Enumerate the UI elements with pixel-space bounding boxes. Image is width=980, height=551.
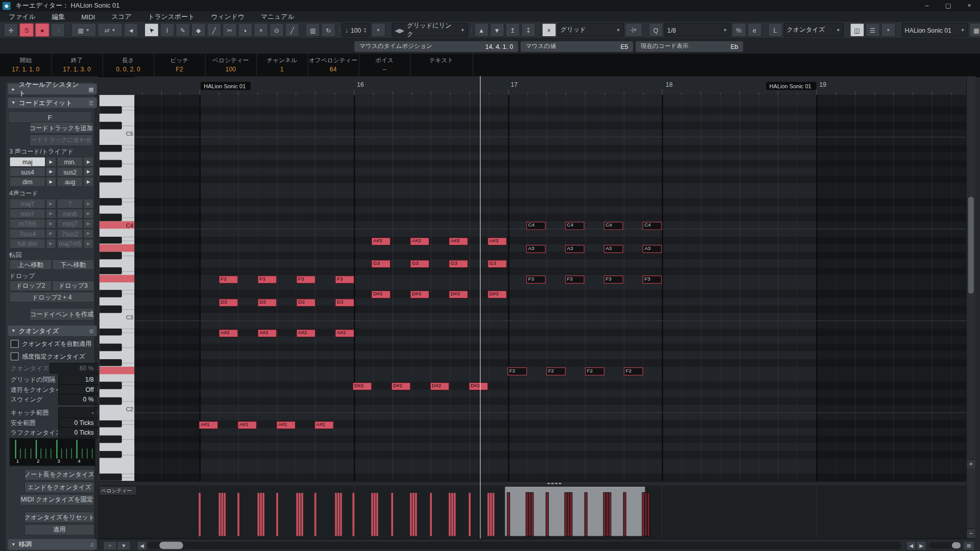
black-key[interactable]: [100, 420, 122, 427]
quantize-action-button[interactable]: 適用: [24, 524, 94, 535]
midi-note-A#1[interactable]: A#1: [314, 421, 334, 429]
menu-編集[interactable]: 編集: [52, 12, 65, 21]
quantize-param-field[interactable]: 60 %▲▼: [50, 363, 102, 373]
chord-button-full dim[interactable]: full dim: [9, 239, 45, 249]
velocity-bar[interactable]: [257, 493, 259, 536]
part-selector-dropdown[interactable]: HALion Sonic 01 ▼: [901, 23, 968, 37]
black-key[interactable]: [100, 252, 122, 259]
horizontal-zoom-thumb[interactable]: [952, 542, 961, 548]
zoom-tool[interactable]: ⊙: [270, 23, 284, 37]
velocity-bar[interactable]: [565, 493, 567, 536]
velocity-bar[interactable]: [391, 493, 394, 536]
midi-note-A3[interactable]: A3: [565, 245, 584, 253]
insert-velocity-dropdown[interactable]: ▼: [371, 23, 385, 37]
midi-note-F3[interactable]: F3: [565, 276, 584, 284]
collapse-arrow-icon[interactable]: ▼: [11, 329, 15, 333]
autoscroll-button[interactable]: ▥: [306, 23, 320, 37]
midi-input-button[interactable]: ☰: [865, 23, 879, 37]
velocity-bar[interactable]: [529, 493, 531, 536]
chord-button-7[interactable]: 7: [57, 198, 83, 209]
midi-note-A#3[interactable]: A#3: [449, 237, 468, 245]
chord-arrow-icon[interactable]: ▶: [45, 177, 56, 187]
pressed-key[interactable]: [100, 244, 136, 252]
velocity-bar[interactable]: [546, 493, 548, 536]
velocity-bar[interactable]: [648, 493, 650, 536]
section-chord-edit[interactable]: ▼コードエディット☰: [8, 97, 97, 108]
menu-MIDI[interactable]: MIDI: [81, 13, 95, 20]
black-key[interactable]: [100, 121, 122, 129]
midi-note-D#3[interactable]: D#3: [487, 291, 507, 299]
midi-note-A#2[interactable]: A#2: [257, 329, 277, 337]
black-key[interactable]: [100, 328, 122, 335]
length-q-icon[interactable]: L: [768, 23, 782, 37]
maximize-button[interactable]: ▢: [938, 0, 959, 11]
line-tool[interactable]: ╱: [285, 23, 299, 37]
chord-button-aug[interactable]: aug: [57, 177, 83, 187]
black-key[interactable]: [100, 175, 122, 182]
midi-note-D3[interactable]: D3: [257, 298, 277, 307]
chord-button-7sus4[interactable]: 7sus4: [9, 229, 45, 239]
velocity-lane[interactable]: ベロシティー: [98, 485, 966, 538]
section-quantize[interactable]: ▼クオンタイズ⊙: [8, 325, 97, 336]
move-bottom-icon[interactable]: ↧: [521, 23, 535, 37]
insert-velocity-control[interactable]: ↓ 100 ▲▼: [342, 23, 370, 37]
chord-arrow-icon[interactable]: ▶: [83, 219, 94, 229]
black-key[interactable]: [100, 267, 122, 274]
quantize-preset-dropdown[interactable]: 1/8 ▼: [664, 23, 730, 37]
chord-arrow-icon[interactable]: ▶: [83, 209, 94, 219]
chord-arrow-icon[interactable]: ▶: [83, 177, 94, 187]
velocity-bar[interactable]: [314, 493, 316, 536]
chord-button-maj7[interactable]: maj7: [9, 198, 45, 209]
velocity-bar[interactable]: [490, 493, 492, 536]
close-button[interactable]: ×: [959, 0, 980, 11]
select-tool[interactable]: ➤: [144, 23, 159, 37]
scroll-left-arrow[interactable]: ◀: [906, 541, 917, 550]
menu-ウィンドウ[interactable]: ウィンドウ: [211, 12, 244, 21]
velocity-bar[interactable]: [415, 493, 417, 536]
midi-note-A#3[interactable]: A#3: [410, 237, 429, 245]
chord-arrow-icon[interactable]: ▶: [83, 229, 94, 239]
velocity-bar[interactable]: [340, 493, 342, 536]
move-up-icon[interactable]: ▲: [474, 23, 488, 37]
midi-note-F3[interactable]: F3: [604, 276, 623, 284]
add-controller-lane-button[interactable]: +: [103, 541, 117, 550]
collapse-arrow-icon[interactable]: ►: [11, 87, 15, 91]
independent-loop-button[interactable]: ↻: [321, 23, 335, 37]
split-tool[interactable]: ✂: [223, 23, 237, 37]
chord-button-min6[interactable]: min6: [57, 209, 83, 219]
velocity-bar[interactable]: [410, 493, 412, 536]
velocity-bar[interactable]: [645, 493, 647, 536]
midi-note-F3[interactable]: F3: [219, 276, 238, 284]
quantize-param-field[interactable]: 1/8▲▼: [58, 374, 102, 385]
move-top-icon[interactable]: ↥: [505, 23, 520, 37]
velocity-bar[interactable]: [301, 493, 303, 536]
midi-note-D#2[interactable]: D#2: [391, 383, 411, 391]
black-key[interactable]: [100, 473, 122, 481]
midi-note-G3[interactable]: G3: [410, 260, 429, 268]
quantize-param-field[interactable]: 0 Ticks▲▼: [58, 428, 102, 438]
chord-button-maj[interactable]: maj: [9, 157, 45, 167]
menu-マニュアル[interactable]: マニュアル: [261, 12, 295, 21]
midi-note-D#2[interactable]: D#2: [353, 383, 372, 391]
midi-note-F2[interactable]: F2: [546, 367, 566, 375]
quantize-param-field[interactable]: 0 %▲▼: [58, 394, 102, 405]
create-chord-event-button[interactable]: コードイベントを作成: [30, 308, 94, 320]
erase-tool[interactable]: ◆: [191, 23, 206, 37]
velocity-bar[interactable]: [337, 493, 339, 536]
acoustic-feedback-icon[interactable]: ☽: [51, 23, 65, 37]
piano-keyboard[interactable]: C5C4C3C2: [98, 95, 135, 481]
info-field-value[interactable]: 100: [205, 66, 256, 72]
chord-button-minj7[interactable]: minj7: [57, 219, 83, 229]
chord-button-sus4[interactable]: sus4: [9, 167, 45, 177]
black-key[interactable]: [100, 382, 122, 389]
velocity-bar[interactable]: [224, 493, 226, 536]
controller-lane-setup-dropdown[interactable]: ▼: [117, 541, 131, 550]
velocity-bar[interactable]: [643, 493, 645, 536]
velocity-bar[interactable]: [276, 493, 278, 536]
midi-note-C4[interactable]: C4: [643, 222, 662, 230]
add-chord-track-button[interactable]: コードトラックを追加: [30, 122, 93, 134]
section-scale-assistant[interactable]: ►スケールアシスタント▦: [8, 84, 97, 94]
chord-button-m7/b5[interactable]: m7/b5: [9, 219, 45, 229]
black-key[interactable]: [100, 305, 122, 312]
midi-note-D#3[interactable]: D#3: [449, 291, 468, 299]
